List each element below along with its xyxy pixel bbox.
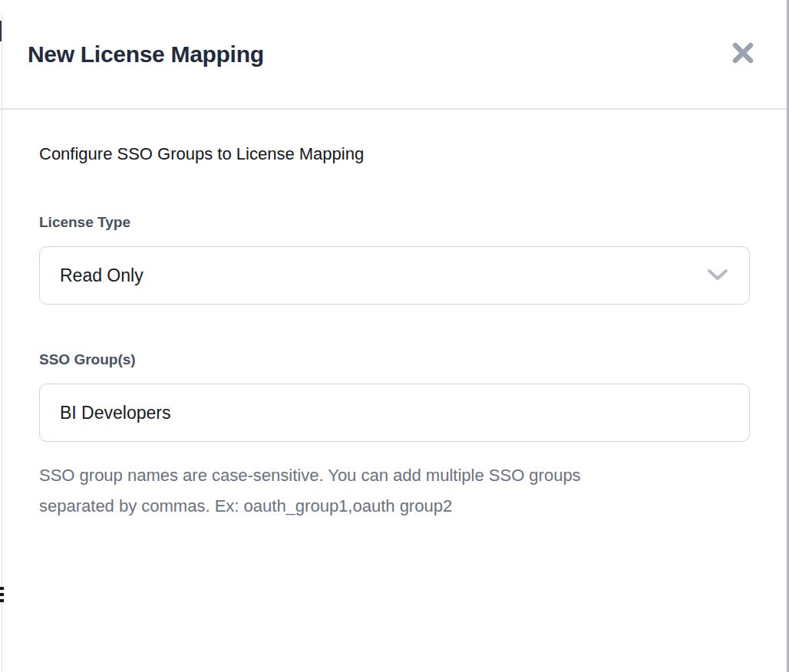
license-type-label: License Type: [39, 214, 750, 231]
backdrop-left-notch: [0, 21, 2, 41]
sso-groups-help-text: SSO group names are case-sensitive. You …: [39, 460, 750, 522]
backdrop-left-edge: [2, 14, 2, 672]
menu-icon: [0, 587, 4, 602]
new-license-mapping-modal: New License Mapping Configure SSO Groups…: [0, 0, 789, 672]
modal-title: New License Mapping: [28, 41, 264, 68]
license-type-selected-value: Read Only: [60, 265, 144, 286]
sso-groups-label: SSO Group(s): [39, 351, 750, 368]
sso-groups-input[interactable]: [39, 384, 750, 442]
close-icon: [731, 41, 755, 68]
close-button[interactable]: [730, 41, 756, 68]
help-text-line: separated by commas. Ex: oauth_group1,oa…: [39, 491, 750, 522]
modal-header: New License Mapping: [0, 0, 789, 110]
chevron-down-icon: [706, 265, 729, 286]
modal-body: Configure SSO Groups to License Mapping …: [0, 110, 789, 522]
help-text-line: SSO group names are case-sensitive. You …: [39, 460, 750, 491]
modal-description: Configure SSO Groups to License Mapping: [39, 144, 750, 164]
license-type-select[interactable]: Read Only: [39, 246, 750, 305]
